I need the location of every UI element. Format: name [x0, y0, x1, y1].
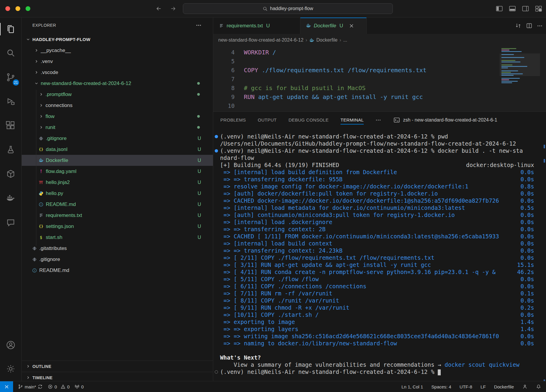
- branch-status[interactable]: main*: [18, 384, 43, 389]
- panel-more-actions-icon[interactable]: [376, 117, 381, 123]
- tab-dockerfile[interactable]: Dockerfile U: [300, 18, 367, 34]
- folder-flow[interactable]: flow: [22, 111, 213, 122]
- indentation[interactable]: Spaces: 4: [432, 384, 451, 389]
- docker-whale-icon[interactable]: [4, 191, 18, 205]
- editor-line: 5: [213, 57, 546, 66]
- explorer-more-actions-icon[interactable]: [195, 22, 202, 29]
- terminal-line: => [ 7/11] RUN rm -rf /var/runit0.1s: [213, 290, 546, 297]
- file-requirements.txt[interactable]: requirements.txtU: [22, 210, 213, 221]
- close-tab-icon[interactable]: [349, 23, 354, 29]
- minimap[interactable]: [501, 48, 538, 90]
- terminal-command-line[interactable]: (.venv) neil@Neils-Air new-standard-flow…: [213, 368, 546, 375]
- toggle-panel-icon[interactable]: [508, 4, 517, 13]
- jinja-file-icon: [38, 180, 44, 185]
- language-mode[interactable]: Dockerfile: [494, 384, 514, 389]
- file-.gitignore[interactable]: .gitignore: [22, 254, 213, 265]
- file-tree: HADDLEY-PROMPT-FLOW__pycache__.venv.vsco…: [22, 34, 213, 276]
- code-editor[interactable]: 4WORKDIR /56COPY ./flow/requirements.txt…: [213, 46, 546, 111]
- minimap-line: [501, 51, 522, 52]
- explorer-icon[interactable]: [4, 22, 18, 36]
- panel-header: PROBLEMS OUTPUT DEBUG CONSOLE TERMINAL z…: [213, 112, 546, 128]
- file-hello.jinja2[interactable]: hello.jinja2U: [22, 177, 213, 188]
- forward-arrow-icon[interactable]: [169, 4, 178, 13]
- terminal-session-label[interactable]: zsh - new-standard-flow-created-at-2024-…: [403, 117, 497, 123]
- file-settings.json[interactable]: {}settings.jsonU: [22, 221, 213, 232]
- customize-layout-icon[interactable]: [534, 4, 543, 13]
- file-Dockerfile[interactable]: DockerfileU: [22, 155, 213, 166]
- line-content: RUN apt-get update && apt-get install -y…: [244, 92, 423, 101]
- breadcrumb-file[interactable]: Dockerfile: [316, 37, 338, 43]
- breadcrumb-more[interactable]: ...: [343, 37, 347, 43]
- split-editor-icon[interactable]: [526, 23, 532, 29]
- tab-problems[interactable]: PROBLEMS: [220, 112, 246, 128]
- folder-__pycache__[interactable]: __pycache__: [22, 45, 213, 56]
- maximize-window-button[interactable]: [26, 6, 30, 11]
- extensions-icon[interactable]: [4, 118, 18, 133]
- file-README.md[interactable]: README.md: [22, 265, 213, 276]
- tab-debug-console[interactable]: DEBUG CONSOLE: [288, 112, 329, 128]
- file-start.sh[interactable]: $start.shU: [22, 232, 213, 243]
- folder-runit[interactable]: runit: [22, 122, 213, 133]
- tab-output[interactable]: OUTPUT: [258, 112, 277, 128]
- search-icon: [263, 6, 268, 11]
- minimize-window-button[interactable]: [15, 6, 20, 11]
- search-sidebar-icon[interactable]: [4, 46, 18, 60]
- editor-more-actions-icon[interactable]: [537, 23, 542, 29]
- file-flow.dag.yaml[interactable]: !flow.dag.yamlU: [22, 166, 213, 177]
- folder-.promptflow[interactable]: .promptflow: [22, 89, 213, 100]
- folder-HADDLEY-PROMPT-FLOW[interactable]: HADDLEY-PROMPT-FLOW: [22, 34, 213, 45]
- command-center-search[interactable]: haddley-prompt-flow: [183, 3, 393, 14]
- open-changes-icon[interactable]: [515, 23, 521, 29]
- terminal-line: => [auth] continuumio/miniconda3:pull to…: [213, 211, 546, 218]
- close-window-button[interactable]: [5, 6, 10, 11]
- untracked-badge: U: [197, 158, 201, 163]
- source-control-icon[interactable]: 21: [4, 70, 18, 84]
- step-duration: 0.0s: [520, 311, 534, 318]
- modified-dot-badge: [197, 126, 200, 129]
- terminal-line: => => exporting layers1.4s: [213, 325, 546, 333]
- comments-icon[interactable]: [4, 215, 18, 230]
- errors-icon: [48, 384, 53, 389]
- settings-gear-icon[interactable]: [4, 362, 18, 376]
- cursor-position[interactable]: Ln 1, Col 1: [401, 384, 423, 389]
- tree-item-label: connections: [46, 103, 73, 108]
- file-hello.py[interactable]: hello.pyU: [22, 188, 213, 199]
- bell-icon[interactable]: [536, 384, 541, 389]
- step-duration: 0.5s: [520, 204, 534, 211]
- file-.gitignore[interactable]: .gitignoreU: [22, 133, 213, 144]
- problems-status[interactable]: 0 0: [48, 384, 70, 389]
- file-.gitattributes[interactable]: .gitattributes: [22, 243, 213, 254]
- tab-terminal[interactable]: TERMINAL: [341, 112, 364, 128]
- breadcrumb-folder[interactable]: new-standard-flow-created-at-2024-6-12: [218, 37, 303, 43]
- tree-item-label: .gitignore: [46, 136, 67, 141]
- eol[interactable]: LF: [481, 384, 486, 389]
- status-bar: main* 0 0 0 Ln 1, Col 1 Spaces: 4 UTF-8 …: [0, 381, 546, 392]
- step-duration: 1.4s: [520, 325, 534, 333]
- account-icon[interactable]: [4, 338, 18, 352]
- timeline-section[interactable]: TIMELINE: [22, 372, 213, 381]
- encoding[interactable]: UTF-8: [459, 384, 472, 389]
- step-duration: 0.0s: [520, 297, 534, 304]
- person-icon[interactable]: [522, 384, 528, 389]
- terminal-line: => [ 2/11] COPY ./flow/requirements.txt …: [213, 254, 546, 261]
- toggle-sidebar-icon[interactable]: [495, 4, 504, 13]
- outline-section[interactable]: OUTLINE: [22, 360, 213, 372]
- folder-connections[interactable]: connections: [22, 100, 213, 111]
- tab-requirements-txt[interactable]: requirements.txt U: [213, 18, 300, 34]
- remote-indicator[interactable]: [0, 381, 13, 392]
- package-icon[interactable]: [4, 167, 18, 181]
- back-arrow-icon[interactable]: [154, 4, 163, 13]
- terminal-line: => [internal] load build context0.0s: [213, 240, 546, 247]
- toggle-secondary-sidebar-icon[interactable]: [521, 4, 530, 13]
- folder-new-standard-flow-created-at-2024-6-12[interactable]: new-standard-flow-created-at-2024-6-12: [22, 78, 213, 89]
- folder-.venv[interactable]: .venv: [22, 56, 213, 67]
- untracked-badge: U: [197, 180, 201, 185]
- testing-beaker-icon[interactable]: [4, 143, 18, 157]
- file-README.md[interactable]: README.mdU: [22, 199, 213, 210]
- run-debug-icon[interactable]: [4, 95, 18, 109]
- folder-.vscode[interactable]: .vscode: [22, 67, 213, 78]
- file-data.jsonl[interactable]: {}data.jsonlU: [22, 144, 213, 155]
- terminal-line: => [ 6/11] COPY ./connections /connectio…: [213, 283, 546, 290]
- terminal-output[interactable]: (.venv) neil@Neils-Air new-standard-flow…: [213, 128, 546, 381]
- ports-status[interactable]: 0: [74, 384, 84, 389]
